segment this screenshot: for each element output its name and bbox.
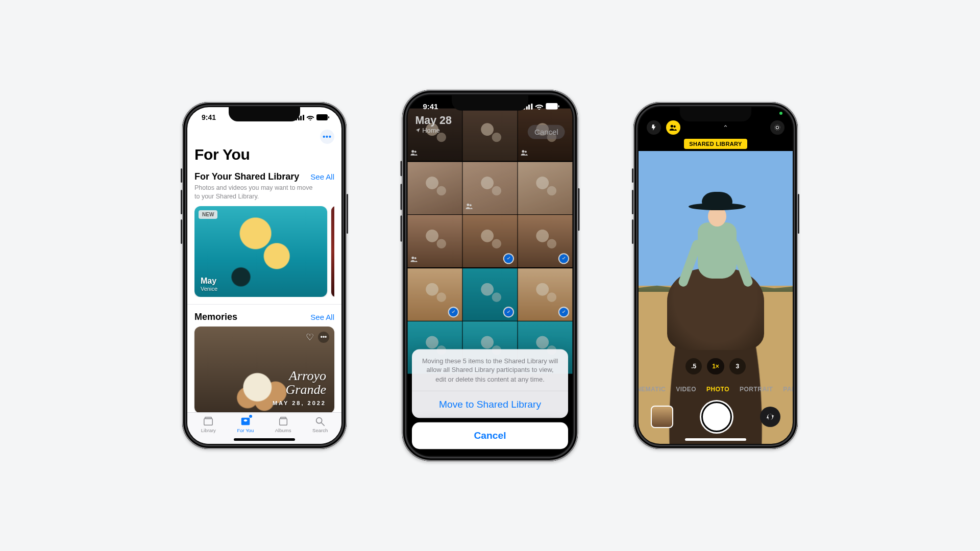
notch — [229, 107, 300, 121]
home-indicator[interactable] — [457, 449, 523, 452]
svg-rect-5 — [279, 419, 287, 425]
shared-suggestion-card-next[interactable] — [331, 206, 334, 297]
divider — [187, 304, 341, 305]
camera-privacy-indicator — [779, 112, 782, 115]
tab-library[interactable]: Library — [201, 416, 216, 433]
tab-albums-label: Albums — [275, 428, 291, 433]
sheet-cancel-button[interactable]: Cancel — [412, 422, 568, 449]
last-photo-thumbnail[interactable] — [651, 406, 673, 428]
zoom-3[interactable]: 3 — [729, 358, 746, 374]
page-title: For You — [194, 146, 334, 163]
people-icon — [669, 124, 677, 131]
switch-camera-icon — [765, 412, 775, 422]
more-button[interactable]: ••• — [320, 130, 334, 144]
tab-search[interactable]: Search — [312, 416, 328, 433]
svg-point-7 — [316, 418, 322, 423]
home-indicator[interactable] — [685, 438, 746, 441]
phone-camera: ⌃ SHARED LIBRARY — [633, 102, 798, 449]
zoom-0-5[interactable]: .5 — [685, 358, 702, 374]
svg-rect-10 — [558, 105, 559, 107]
tab-for-you[interactable]: For You — [237, 416, 254, 433]
svg-rect-3 — [205, 417, 212, 419]
tab-for-you-label: For You — [237, 428, 254, 433]
svg-point-20 — [674, 126, 676, 128]
battery-icon — [316, 114, 329, 120]
card-subtitle: Venice — [201, 286, 217, 292]
mode-pano[interactable]: PANO — [783, 386, 793, 393]
shared-section-description: Photos and videos you may want to move t… — [194, 184, 317, 201]
zoom-1x[interactable]: 1× — [707, 358, 724, 374]
shared-library-label: SHARED LIBRARY — [684, 139, 747, 149]
shutter-button[interactable] — [700, 400, 733, 434]
action-sheet: Moving these 5 items to the Shared Libra… — [412, 349, 568, 449]
status-time: 9:41 — [423, 102, 438, 111]
wifi-icon — [306, 114, 314, 120]
library-icon — [202, 416, 214, 427]
favorite-icon[interactable]: ♡ — [306, 332, 314, 343]
memory-more-button[interactable]: ••• — [318, 332, 329, 343]
svg-point-21 — [776, 126, 778, 129]
svg-point-22 — [775, 125, 780, 131]
status-time: 9:41 — [202, 113, 216, 121]
shared-suggestion-card[interactable]: NEW May Venice — [194, 206, 327, 297]
memories-section-title: Memories — [194, 312, 237, 322]
svg-rect-0 — [316, 114, 328, 120]
new-badge: NEW — [199, 210, 217, 219]
status-indicators — [523, 103, 559, 110]
live-photo-icon — [773, 123, 781, 132]
mode-cinematic[interactable]: CINEMATIC — [639, 386, 666, 393]
svg-point-19 — [671, 125, 673, 128]
svg-rect-1 — [328, 116, 329, 118]
switch-camera-button[interactable] — [760, 407, 780, 427]
mode-portrait[interactable]: PORTRAIT — [740, 386, 773, 393]
search-icon — [314, 416, 326, 427]
zoom-controls: .5 1× 3 — [639, 358, 793, 374]
mode-video[interactable]: VIDEO — [676, 386, 696, 393]
card-title: May — [201, 277, 217, 286]
memories-see-all-link[interactable]: See All — [310, 313, 334, 321]
mode-photo[interactable]: PHOTO — [706, 386, 729, 393]
home-indicator[interactable] — [234, 438, 295, 441]
tab-search-label: Search — [312, 428, 328, 433]
svg-rect-2 — [204, 419, 213, 425]
camera-modes[interactable]: CINEMATIC VIDEO PHOTO PORTRAIT PANO — [639, 386, 793, 393]
viewfinder-subject — [672, 192, 759, 345]
memory-date: MAY 28, 2022 — [273, 400, 326, 406]
shared-section-title: For Your Shared Library — [194, 171, 299, 182]
svg-line-8 — [322, 423, 325, 426]
memory-card[interactable]: ♡ ••• Arroyo Grande MAY 28, 2022 — [194, 327, 334, 413]
notch — [680, 107, 751, 121]
status-indicators — [296, 114, 329, 120]
shared-see-all-link[interactable]: See All — [310, 172, 334, 181]
wifi-icon — [535, 103, 544, 110]
tab-library-label: Library — [201, 428, 216, 433]
notch — [452, 95, 528, 111]
camera-controls-expand[interactable]: ⌃ — [723, 124, 728, 132]
phone-photos-for-you: 9:41 ••• For You For Your Shared Library… — [182, 102, 347, 449]
memory-title-line1: Arroyo — [273, 369, 326, 383]
sheet-message: Moving these 5 items to the Shared Libra… — [412, 349, 568, 391]
phone-photo-grid: 9:41 May 28 Home Cancel Movin — [402, 90, 578, 461]
svg-rect-9 — [546, 103, 558, 110]
battery-icon — [546, 103, 559, 110]
svg-rect-6 — [280, 417, 286, 419]
memory-title-line2: Grande — [273, 383, 326, 396]
move-to-shared-library-button[interactable]: Move to Shared Library — [412, 391, 568, 418]
albums-icon — [277, 416, 289, 427]
flash-icon — [650, 124, 657, 131]
tab-albums[interactable]: Albums — [275, 416, 291, 433]
